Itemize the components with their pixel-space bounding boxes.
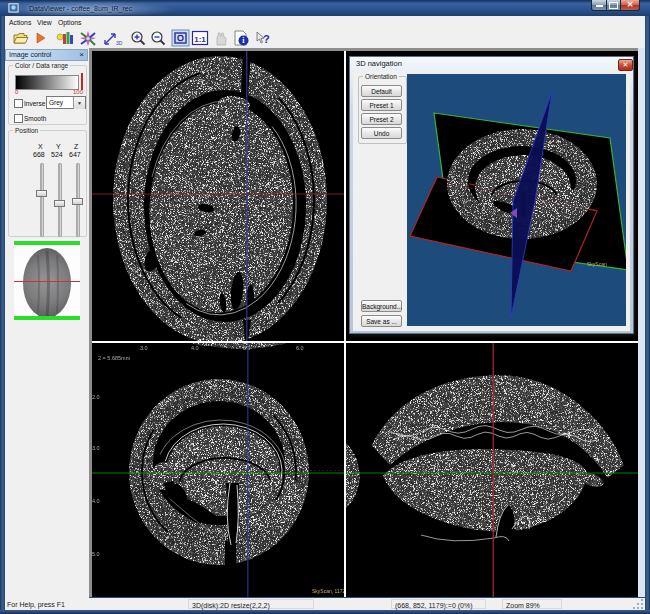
svg-text:?: ? — [263, 33, 270, 45]
svg-text:3D: 3D — [116, 40, 123, 46]
svg-text:1:1: 1:1 — [194, 35, 206, 44]
